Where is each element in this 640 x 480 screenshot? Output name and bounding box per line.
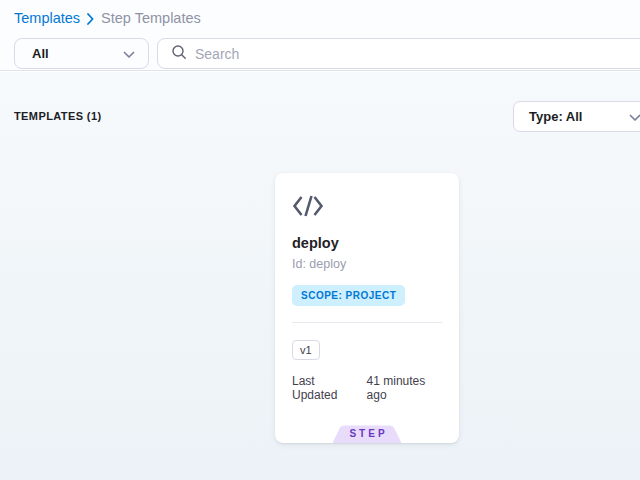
template-card[interactable]: deploy Id: deploy SCOPE: PROJECT v1 Last…	[275, 173, 459, 443]
search-box[interactable]	[157, 38, 640, 69]
type-filter-value: Type: All	[529, 109, 582, 124]
last-updated-row: Last Updated 41 minutes ago	[292, 374, 442, 402]
template-type-tab: STEP	[332, 425, 402, 443]
page: Templates Step Templates All TEMPLATES (…	[0, 0, 640, 480]
search-icon	[171, 44, 187, 64]
breadcrumb-templates-link[interactable]: Templates	[14, 10, 80, 26]
search-input[interactable]	[195, 46, 640, 62]
template-name: deploy	[292, 235, 442, 251]
type-filter-dropdown[interactable]: Type: All	[513, 101, 640, 132]
content-area: TEMPLATES (1) Type: All deploy Id: deplo…	[0, 72, 640, 480]
templates-count-heading: TEMPLATES (1)	[14, 110, 102, 122]
template-id: Id: deploy	[292, 257, 442, 271]
chevron-down-icon	[123, 45, 135, 63]
scope-badge: SCOPE: PROJECT	[292, 285, 405, 306]
breadcrumb-current: Step Templates	[101, 10, 201, 26]
template-filter-dropdown[interactable]: All	[14, 38, 149, 69]
template-filter-value: All	[32, 46, 49, 61]
page-header: Templates Step Templates All	[0, 0, 640, 71]
last-updated-label: Last Updated	[292, 374, 358, 402]
last-updated-value: 41 minutes ago	[367, 374, 442, 402]
code-icon	[292, 194, 442, 218]
card-divider	[292, 322, 442, 323]
version-chip[interactable]: v1	[292, 340, 320, 360]
chevron-right-icon	[87, 13, 94, 25]
template-type-label: STEP	[332, 428, 402, 439]
chevron-down-icon	[629, 108, 640, 126]
breadcrumb: Templates Step Templates	[14, 10, 201, 26]
